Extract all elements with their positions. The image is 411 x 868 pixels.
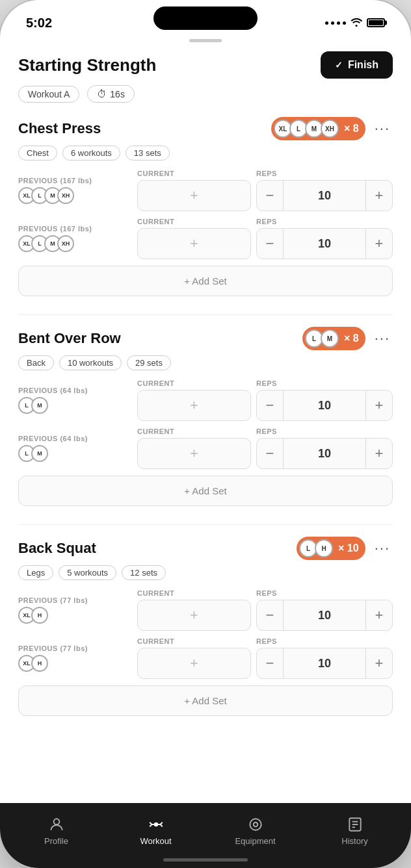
set-current-row-2: CURRENT + — [137, 428, 251, 469]
set-previous-chest-2: PREVIOUS (167 lbs) XL L M XH — [18, 225, 132, 252]
reps-label-row-2: REPS — [256, 428, 277, 435]
set-row-squat-2: PREVIOUS (77 lbs) XL H CURRENT + REPS − … — [18, 637, 393, 679]
nav-item-history[interactable]: History — [305, 816, 404, 846]
set-previous-squat-2: PREVIOUS (77 lbs) XL H — [18, 645, 132, 672]
set-current-squat-2: CURRENT + — [137, 637, 251, 679]
exercise-header-chest-press: Chest Press XL L M XH × 8 ··· — [18, 117, 393, 140]
more-button-back-squat[interactable]: ··· — [372, 540, 393, 557]
workout-title: Starting Strength — [18, 55, 156, 75]
reps-plus-squat-1[interactable]: + — [366, 600, 392, 630]
reps-minus-row-1[interactable]: − — [257, 390, 283, 420]
prev-label-squat-2: PREVIOUS (77 lbs) — [18, 645, 132, 652]
reps-minus-squat-2[interactable]: − — [257, 648, 283, 678]
home-indicator — [163, 858, 248, 862]
current-label-chest-1: CURRENT — [137, 170, 174, 177]
main-content: Starting Strength ✓ Finish Workout A ⏱ 1… — [0, 42, 411, 803]
nav-item-equipment[interactable]: Equipment — [206, 816, 305, 846]
timer-badge: ⏱ 16s — [87, 85, 135, 103]
current-input-chest-2[interactable]: + — [137, 228, 251, 259]
prev-plate-h-squat-1: H — [31, 607, 48, 624]
tag-squat-workouts: 5 workouts — [59, 565, 116, 580]
reps-value-row-1: 10 — [283, 390, 366, 420]
current-label-chest-2: CURRENT — [137, 218, 174, 225]
reps-plus-row-1[interactable]: + — [366, 390, 392, 420]
svg-point-1 — [153, 823, 158, 827]
reps-plus-chest-1[interactable]: + — [366, 181, 392, 211]
reps-minus-row-2[interactable]: − — [257, 439, 283, 468]
set-current-squat-1: CURRENT + — [137, 589, 251, 631]
battery-icon — [367, 18, 385, 27]
exercise-title-chest-press: Chest Press — [18, 120, 101, 137]
current-input-squat-2[interactable]: + — [137, 648, 251, 679]
current-input-row-1[interactable]: + — [137, 390, 251, 421]
exercise-header-back-squat: Back Squat L H × 10 ··· — [18, 537, 393, 560]
workout-icon — [148, 816, 165, 833]
current-label-row-1: CURRENT — [137, 379, 174, 387]
prev-plates-row-1: L M — [18, 397, 132, 414]
plate-count-bent-over-row: × 8 — [344, 333, 359, 344]
reps-controls-squat-2: − 10 + — [256, 648, 393, 679]
reps-plus-row-2[interactable]: + — [366, 439, 392, 468]
reps-value-squat-2: 10 — [283, 648, 366, 678]
reps-controls-row-2: − 10 + — [256, 438, 393, 469]
prev-label-row-2: PREVIOUS (64 lbs) — [18, 435, 132, 442]
prev-plates-squat-2: XL H — [18, 655, 132, 672]
reps-plus-squat-2[interactable]: + — [366, 648, 392, 678]
reps-minus-chest-2[interactable]: − — [257, 229, 283, 259]
add-set-back-squat[interactable]: + Add Set — [18, 685, 393, 716]
finish-button[interactable]: ✓ Finish — [321, 51, 393, 79]
reps-minus-squat-1[interactable]: − — [257, 600, 283, 630]
set-current-chest-1: CURRENT + — [137, 170, 251, 211]
prev-plate-m-row-1: M — [31, 397, 48, 414]
notch — [153, 6, 258, 30]
plate-group-back-squat: L H × 10 — [297, 537, 365, 560]
prev-plates-chest-1: XL L M XH — [18, 187, 132, 204]
set-row-row-1: PREVIOUS (64 lbs) L M CURRENT + REPS − 1… — [18, 379, 393, 421]
more-button-bent-over-row[interactable]: ··· — [372, 330, 393, 347]
tag-row-workouts: 10 workouts — [59, 355, 122, 370]
workout-header: Starting Strength ✓ Finish — [18, 51, 393, 79]
exercise-header-right-chest-press: XL L M XH × 8 ··· — [271, 117, 393, 140]
reps-label-row-1: REPS — [256, 379, 277, 387]
exercise-header-bent-over-row: Bent Over Row L M × 8 ··· — [18, 327, 393, 350]
nav-item-workout[interactable]: Workout — [106, 816, 206, 846]
plate-m-row: M — [321, 329, 339, 348]
exercise-tags-chest-press: Chest 6 workouts 13 sets — [18, 146, 393, 160]
exercise-tags-bent-over-row: Back 10 workouts 29 sets — [18, 355, 393, 370]
prev-plates-squat-1: XL H — [18, 607, 132, 624]
nav-label-profile: Profile — [44, 836, 68, 846]
workout-meta: Workout A ⏱ 16s — [18, 85, 393, 103]
nav-label-history: History — [341, 836, 367, 846]
current-input-row-2[interactable]: + — [137, 438, 251, 469]
check-icon: ✓ — [335, 60, 343, 70]
exercise-tags-back-squat: Legs 5 workouts 12 sets — [18, 565, 393, 580]
set-row-chest-2: PREVIOUS (167 lbs) XL L M XH CURRENT + R… — [18, 218, 393, 259]
prev-plate-m-row-2: M — [31, 445, 48, 462]
set-row-row-2: PREVIOUS (64 lbs) L M CURRENT + REPS − 1… — [18, 428, 393, 469]
nav-item-profile[interactable]: Profile — [7, 816, 106, 846]
more-button-chest-press[interactable]: ··· — [372, 120, 393, 137]
plate-group-bent-over-row: L M × 8 — [302, 327, 365, 350]
reps-label-squat-2: REPS — [256, 637, 277, 645]
exercise-header-right-back-squat: L H × 10 ··· — [297, 537, 393, 560]
set-previous-chest-1: PREVIOUS (167 lbs) XL L M XH — [18, 177, 132, 204]
timer-label: 16s — [110, 89, 125, 99]
add-set-bent-over-row[interactable]: + Add Set — [18, 476, 393, 506]
reps-controls-row-1: − 10 + — [256, 390, 393, 421]
add-set-chest-press[interactable]: + Add Set — [18, 266, 393, 296]
reps-label-squat-1: REPS — [256, 589, 277, 597]
reps-controls-squat-1: − 10 + — [256, 600, 393, 631]
reps-minus-chest-1[interactable]: − — [257, 181, 283, 211]
divider-1 — [18, 314, 393, 315]
reps-plus-chest-2[interactable]: + — [366, 229, 392, 259]
reps-controls-chest-2: − 10 + — [256, 228, 393, 259]
tag-squat-sets: 12 sets — [122, 565, 166, 580]
set-previous-row-2: PREVIOUS (64 lbs) L M — [18, 435, 132, 462]
current-input-chest-1[interactable]: + — [137, 180, 251, 211]
reps-value-squat-1: 10 — [283, 600, 366, 630]
set-previous-row-1: PREVIOUS (64 lbs) L M — [18, 387, 132, 414]
reps-value-chest-1: 10 — [283, 181, 366, 211]
workout-badge-label: Workout A — [28, 89, 70, 99]
nav-label-equipment: Equipment — [235, 836, 275, 846]
current-input-squat-1[interactable]: + — [137, 600, 251, 631]
